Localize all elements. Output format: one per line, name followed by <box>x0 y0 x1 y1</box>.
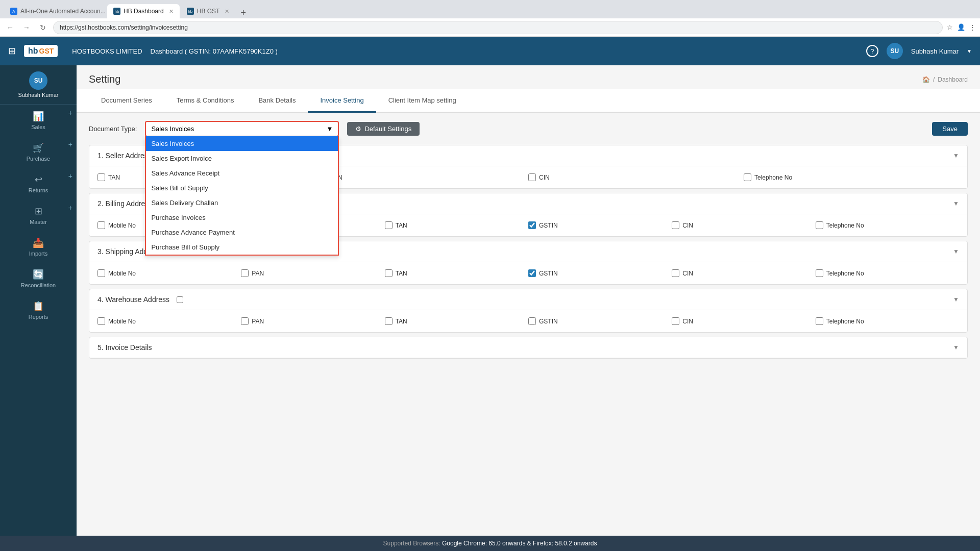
checkbox-pan3-input[interactable] <box>241 269 249 277</box>
sidebar-item-master[interactable]: ⊞ Master + <box>0 199 77 231</box>
gear-icon: ⚙ <box>355 125 361 133</box>
breadcrumb-separator: / <box>933 76 935 83</box>
sidebar-item-sales[interactable]: 📊 Sales + <box>0 105 77 136</box>
sidebar-label-returns: Returns <box>29 187 48 193</box>
browser-tab-2[interactable]: hb HB Dashboard ✕ <box>107 4 180 18</box>
dropdown-item-purchase-bill[interactable]: Purchase Bill of Supply <box>146 240 338 255</box>
section4-header[interactable]: 4. Warehouse Address ▼ <box>89 289 967 310</box>
grid-icon[interactable]: ⊞ <box>8 45 16 57</box>
doc-type-select[interactable]: Sales Invoices ▼ <box>145 121 339 137</box>
menu-icon[interactable]: ⋮ <box>969 23 976 31</box>
sidebar-user: SU Subhash Kumar <box>0 65 77 105</box>
checkbox-tan4-input[interactable] <box>385 317 393 325</box>
checkbox-tan4: TAN <box>385 317 528 325</box>
top-nav-username: Subhash Kumar <box>911 47 959 55</box>
checkbox-pan4-input[interactable] <box>241 317 249 325</box>
tab-terms-conditions[interactable]: Terms & Conditions <box>164 89 247 113</box>
tab-client-item-map[interactable]: Client Item Map setting <box>376 89 469 113</box>
checkbox-tel3: Telephone No <box>816 269 959 277</box>
browser-tab-3[interactable]: hb HB GST ✕ <box>181 4 236 18</box>
address-input[interactable] <box>53 21 943 34</box>
checkbox-tel3-input[interactable] <box>816 269 823 277</box>
master-icon: ⊞ <box>35 206 42 217</box>
sidebar-item-imports[interactable]: 📥 Imports <box>0 231 77 263</box>
checkbox-gstin2-input[interactable] <box>528 221 536 229</box>
label-tan3: TAN <box>396 270 407 277</box>
checkbox-cin3-input[interactable] <box>672 269 679 277</box>
checkbox-cin2-input[interactable] <box>672 221 679 229</box>
label-tel4: Telephone No <box>826 318 864 325</box>
checkbox-mob3-input[interactable] <box>97 269 105 277</box>
tab-document-series[interactable]: Document Series <box>89 89 164 113</box>
dropdown-item-sales-export[interactable]: Sales Export Invoice <box>146 151 338 166</box>
sidebar: SU Subhash Kumar 📊 Sales + 🛒 Purchase + … <box>0 37 77 551</box>
sidebar-avatar: SU <box>29 71 47 90</box>
checkbox-tel4-input[interactable] <box>816 317 823 325</box>
tab3-favicon: hb <box>187 8 194 15</box>
sidebar-item-returns[interactable]: ↩ Returns + <box>0 168 77 199</box>
sidebar-item-reconciliation[interactable]: 🔄 Reconciliation <box>0 263 77 294</box>
returns-add-button[interactable]: + <box>68 172 72 180</box>
reload-button[interactable]: ↻ <box>37 21 49 34</box>
checkbox-tel2-input[interactable] <box>816 221 823 229</box>
dropdown-item-sales-delivery[interactable]: Sales Delivery Challan <box>146 195 338 210</box>
tab2-close[interactable]: ✕ <box>169 8 174 15</box>
label-cin4: CIN <box>682 318 693 325</box>
help-icon[interactable]: ? <box>866 45 878 57</box>
save-button[interactable]: Save <box>932 122 968 136</box>
new-tab-button[interactable]: + <box>236 8 250 18</box>
doc-type-dropdown: Sales Invoices Sales Export Invoice Sale… <box>145 136 339 256</box>
dropdown-item-purchase-advance[interactable]: Purchase Advance Payment <box>146 225 338 240</box>
section2-chevron: ▼ <box>953 200 959 207</box>
tab3-close[interactable]: ✕ <box>225 8 229 15</box>
label-cin3: CIN <box>682 270 693 277</box>
dashboard-link[interactable]: Dashboard ( GSTIN: 07AAMFK5790K1Z0 ) <box>151 47 278 55</box>
browser-tab-1[interactable]: A All-in-One Automated Accoun... ✕ <box>4 4 106 18</box>
master-add-button[interactable]: + <box>68 204 72 212</box>
hb-logo-text: hb <box>28 46 38 56</box>
label-mob4: Mobile No <box>108 318 136 325</box>
label-pan3: PAN <box>252 270 264 277</box>
dropdown-item-sales-invoices[interactable]: Sales Invoices <box>146 136 338 151</box>
checkbox-mob4-input[interactable] <box>97 317 105 325</box>
breadcrumb-dashboard[interactable]: Dashboard <box>938 76 968 83</box>
back-button[interactable]: ← <box>4 21 16 34</box>
checkbox-gstin3-input[interactable] <box>528 269 536 277</box>
sidebar-label-reconciliation: Reconciliation <box>21 282 56 288</box>
dropdown-item-sales-bill[interactable]: Sales Bill of Supply <box>146 181 338 195</box>
section3-chevron: ▼ <box>953 248 959 255</box>
checkbox-tan3-input[interactable] <box>385 269 393 277</box>
dropdown-item-purchase-invoices[interactable]: Purchase Invoices <box>146 210 338 225</box>
checkbox-tel2: Telephone No <box>816 221 959 229</box>
dropdown-item-sales-advance[interactable]: Sales Advance Receipt <box>146 166 338 181</box>
tab-bank-details[interactable]: Bank Details <box>246 89 308 113</box>
default-settings-button[interactable]: ⚙ Default Settings <box>347 122 420 136</box>
top-nav-avatar: SU <box>887 43 903 59</box>
forward-button[interactable]: → <box>20 21 33 34</box>
purchase-add-button[interactable]: + <box>68 140 72 148</box>
section5-header[interactable]: 5. Invoice Details ▼ <box>89 337 967 358</box>
checkbox-mob2-input[interactable] <box>97 221 105 229</box>
sidebar-item-purchase[interactable]: 🛒 Purchase + <box>0 136 77 168</box>
label-tan2: TAN <box>396 222 407 229</box>
user-menu-chevron[interactable]: ▼ <box>967 48 972 54</box>
checkbox-tan2-input[interactable] <box>385 221 393 229</box>
breadcrumb-home-icon[interactable]: 🏠 <box>922 76 930 83</box>
checkbox-tel1-input[interactable] <box>744 173 751 181</box>
checkbox-tan1-input[interactable] <box>97 173 105 181</box>
doc-type-label: Document Type: <box>89 125 137 133</box>
checkbox-cin4-input[interactable] <box>672 317 679 325</box>
label-pan4: PAN <box>252 318 264 325</box>
section4-checkbox[interactable] <box>177 296 183 303</box>
sidebar-item-reports[interactable]: 📋 Reports <box>0 294 77 326</box>
section-warehouse-address: 4. Warehouse Address ▼ Mobile No PAN <box>89 289 968 333</box>
reports-icon: 📋 <box>33 300 44 312</box>
address-bar-row: ← → ↻ ☆ 👤 ⋮ <box>0 18 980 37</box>
sales-add-button[interactable]: + <box>68 109 72 117</box>
label-tan1: TAN <box>108 174 120 181</box>
profile-icon[interactable]: 👤 <box>957 23 965 31</box>
bookmark-icon[interactable]: ☆ <box>947 23 953 31</box>
tab-invoice-setting[interactable]: Invoice Setting <box>308 89 376 113</box>
checkbox-cin1-input[interactable] <box>528 173 536 181</box>
checkbox-gstin4-input[interactable] <box>528 317 536 325</box>
